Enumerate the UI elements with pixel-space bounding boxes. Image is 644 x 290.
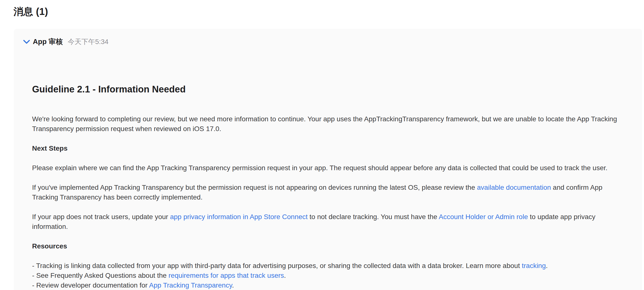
inline-link[interactable]: Account Holder or Admin role	[439, 213, 528, 221]
message-timestamp: 今天下午5:34	[68, 37, 108, 46]
list-item: - See Frequently Asked Questions about t…	[32, 271, 622, 281]
inline-link[interactable]: available documentation	[477, 184, 551, 191]
text-segment: .	[232, 282, 234, 289]
subheading: Resources	[32, 241, 622, 251]
inline-link[interactable]: app privacy information in App Store Con…	[170, 213, 308, 221]
message-expander-header[interactable]: App 审核 今天下午5:34	[23, 37, 622, 47]
message-body: We're looking forward to completing our …	[32, 114, 622, 290]
paragraph: If you've implemented App Tracking Trans…	[32, 183, 622, 202]
message-card: App 审核 今天下午5:34 Guideline 2.1 - Informat…	[14, 29, 642, 290]
text-segment: Resources	[32, 242, 67, 250]
text-segment: Next Steps	[32, 145, 68, 152]
text-segment: to not declare tracking. You must have t…	[308, 213, 438, 221]
message-sender[interactable]: App 审核	[33, 37, 63, 47]
text-segment: We're looking forward to completing our …	[32, 115, 617, 133]
text-segment: If your app does not track users, update…	[32, 213, 170, 221]
inline-link[interactable]: tracking	[522, 262, 546, 270]
text-segment: If you've implemented App Tracking Trans…	[32, 184, 477, 191]
text-segment: .	[546, 262, 548, 270]
inline-link[interactable]: App Tracking Transparency	[149, 282, 232, 289]
message-content: Guideline 2.1 - Information Needed We're…	[32, 84, 622, 290]
subheading: Next Steps	[32, 144, 622, 153]
text-segment: - See Frequently Asked Questions about t…	[32, 272, 168, 279]
text-segment: .	[284, 272, 286, 279]
list-item: - Tracking is linking data collected fro…	[32, 261, 622, 271]
message-heading: Guideline 2.1 - Information Needed	[32, 84, 622, 95]
paragraph: We're looking forward to completing our …	[32, 114, 622, 134]
text-segment: Please explain where we can find the App…	[32, 164, 608, 172]
list-item: - Review developer documentation for App…	[32, 281, 622, 290]
text-segment: - Tracking is linking data collected fro…	[32, 262, 522, 270]
paragraph: Please explain where we can find the App…	[32, 163, 622, 173]
page-title: 消息 (1)	[14, 5, 644, 18]
chevron-down-icon[interactable]	[23, 40, 30, 44]
resource-list: - Tracking is linking data collected fro…	[32, 261, 622, 290]
text-segment: - Review developer documentation for	[32, 282, 149, 289]
paragraph: If your app does not track users, update…	[32, 212, 622, 232]
inline-link[interactable]: requirements for apps that track users	[168, 272, 284, 279]
